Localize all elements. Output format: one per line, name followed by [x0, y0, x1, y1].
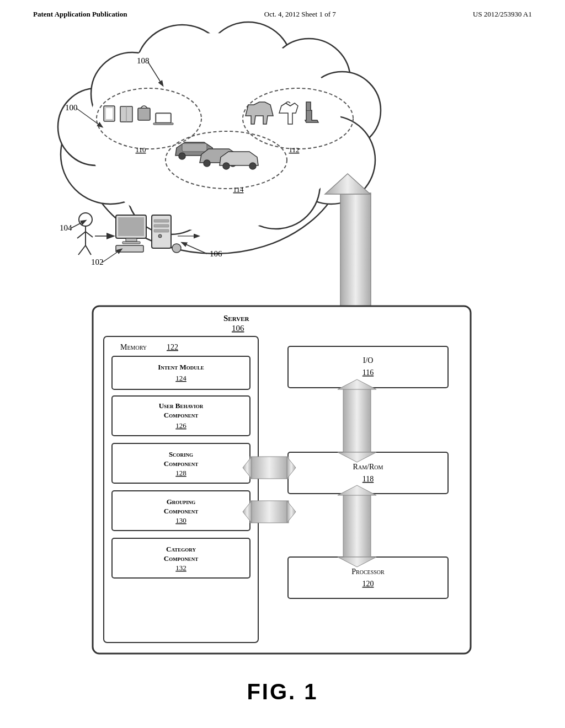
page-header: Patent Application Publication Oct. 4, 2…: [0, 0, 565, 19]
svg-point-18: [205, 153, 212, 159]
user-arm-left: [77, 232, 86, 238]
user-arm-right: [86, 232, 93, 237]
boot-icon: [305, 110, 318, 122]
scoring-label1: Scoring: [169, 450, 193, 458]
label-102-text: 102: [91, 258, 104, 266]
svg-point-0: [83, 44, 348, 254]
bag-icon: [138, 108, 150, 120]
svg-marker-34: [243, 457, 252, 479]
header-left: Patent Application Publication: [33, 10, 127, 19]
svg-point-8: [287, 116, 375, 204]
category-label1: Category: [166, 545, 196, 553]
laptop-icon: [156, 113, 171, 123]
svg-marker-31: [338, 452, 376, 462]
arrow-108: [148, 62, 163, 85]
svg-point-22: [249, 163, 256, 169]
svg-marker-36: [243, 501, 252, 523]
svg-point-20: [230, 160, 236, 167]
behavior-num: 126: [175, 421, 186, 430]
intent-module-box: [112, 356, 250, 389]
tshirt-icon: [279, 103, 298, 124]
svg-rect-27: [154, 224, 169, 227]
keyboard: [116, 245, 143, 252]
v-arrow-ram-proc: [343, 494, 371, 557]
car3-icon: [220, 152, 258, 165]
label-104-text: 104: [60, 223, 72, 232]
ram-box: [288, 452, 448, 494]
io-label: I/O: [363, 356, 374, 365]
svg-point-3: [91, 52, 174, 135]
book-icon: [120, 106, 132, 122]
arrow-104: [71, 221, 86, 228]
svg-point-11: [88, 33, 342, 232]
label-110: 110: [135, 146, 146, 154]
header-right: US 2012/253930 A1: [473, 10, 532, 19]
scoring-box: [112, 443, 250, 483]
svg-marker-37: [287, 501, 296, 523]
car1-icon: [175, 142, 214, 156]
memory-box: [104, 336, 258, 643]
arrow-top-head: [325, 174, 370, 194]
svg-point-6: [268, 39, 350, 121]
category-box: [112, 538, 250, 578]
memory-title: Memory: [120, 343, 147, 351]
svg-point-7: [303, 72, 381, 149]
category-label2: Component: [164, 554, 198, 563]
grouping-box: [112, 491, 250, 531]
svg-marker-33: [338, 557, 376, 567]
ellipse-110: [97, 88, 201, 149]
svg-point-4: [135, 25, 229, 119]
grouping-label2: Component: [164, 507, 198, 515]
svg-point-19: [204, 160, 210, 167]
server-num: 106: [232, 324, 244, 333]
svg-point-21: [223, 163, 230, 169]
processor-label: Processor: [351, 568, 385, 576]
figure-label: FIG. 1: [247, 679, 318, 704]
intent-num: 124: [175, 374, 186, 382]
svg-point-10: [127, 146, 215, 234]
h-arrow-grouping: [250, 501, 289, 523]
svg-rect-12: [106, 108, 113, 119]
v-arrow-io-ram: [343, 388, 371, 452]
label-106-text: 106: [210, 249, 222, 258]
svg-marker-30: [338, 379, 376, 389]
label-108-text: 108: [137, 56, 150, 65]
phone-icon: [104, 106, 115, 121]
user-leg-right: [86, 245, 91, 255]
server-tower: [152, 215, 171, 248]
svg-point-1: [61, 105, 160, 204]
server-box: [93, 306, 471, 654]
ram-num: 118: [363, 475, 374, 483]
ellipse-114: [166, 131, 287, 189]
arrow-106: [182, 243, 207, 254]
intent-label: Intent Module: [158, 363, 204, 371]
arrow-100: [76, 108, 102, 127]
h-arrow-scoring: [250, 457, 289, 479]
monitor: [116, 215, 146, 238]
behavior-box: [112, 396, 250, 436]
grouping-label1: Grouping: [167, 497, 196, 506]
diagram-svg: 110 112 114 100 108 104 102: [0, 0, 565, 728]
io-num: 116: [363, 368, 374, 377]
svg-point-17: [179, 153, 185, 159]
processor-num: 120: [363, 580, 374, 588]
svg-point-29: [158, 234, 162, 238]
svg-rect-15: [153, 123, 173, 125]
sweater-icon: [246, 102, 273, 124]
arrow-bottom-head: [325, 312, 370, 332]
svg-marker-35: [287, 457, 296, 479]
svg-point-2: [58, 88, 135, 165]
io-box: [288, 346, 448, 388]
svg-point-9: [232, 141, 320, 229]
user-head: [79, 213, 92, 226]
scoring-label2: Component: [164, 459, 198, 468]
processor-box: [288, 557, 448, 598]
cloud-shape: [58, 22, 381, 254]
ellipse-112: [243, 88, 353, 149]
behavior-label2: Component: [164, 411, 198, 419]
category-num: 132: [175, 564, 186, 572]
car2-icon: [200, 149, 238, 163]
svg-rect-25: [122, 242, 140, 244]
arrow-102: [102, 249, 121, 263]
svg-rect-23: [118, 217, 144, 236]
